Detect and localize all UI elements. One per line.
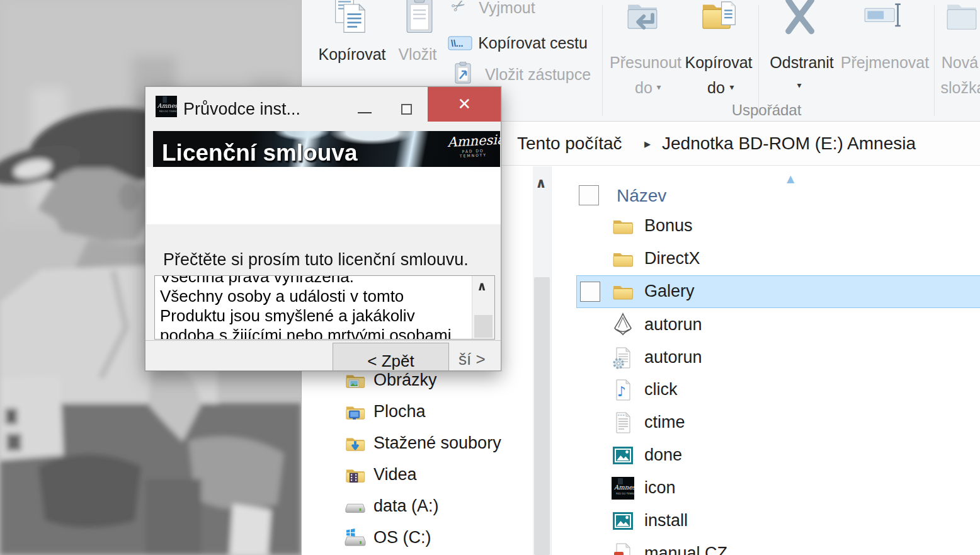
file-name: DirectX <box>644 249 700 268</box>
copy-to-icon <box>699 0 738 38</box>
close-button[interactable]: ✕ <box>428 87 501 122</box>
breadcrumb-separator-icon[interactable]: ▸ <box>644 136 651 151</box>
document-red-icon: W <box>612 542 634 555</box>
svg-text:♪: ♪ <box>617 384 626 399</box>
scroll-up-icon[interactable]: ∧ <box>477 278 487 294</box>
tree-item-pictures[interactable]: Obrázky <box>327 369 528 396</box>
drive-icon <box>343 496 367 517</box>
tree-item-drive-a[interactable]: data (A:) <box>327 495 528 522</box>
assassins-creed-icon <box>612 312 634 338</box>
tree-item-videos[interactable]: Videa <box>327 463 528 491</box>
file-row[interactable]: done <box>576 439 980 472</box>
button-area-separator <box>145 340 501 341</box>
os-drive-icon <box>343 526 367 550</box>
copy-button[interactable]: Kopírovat <box>314 0 390 66</box>
delete-label: Odstranit <box>770 54 833 72</box>
folder-icon <box>612 280 634 303</box>
row-checkbox[interactable] <box>580 282 600 302</box>
file-row[interactable]: Bonus <box>576 210 980 243</box>
delete-button[interactable]: Odstranit ▾ <box>769 0 832 101</box>
file-name: Bonus <box>644 216 693 236</box>
rename-icon <box>863 0 903 34</box>
next-button-clipped[interactable]: ší > <box>459 350 486 369</box>
breadcrumb-drive[interactable]: Jednotka BD-ROM (E:) Amnesia <box>662 134 916 154</box>
folder-icon <box>612 248 634 270</box>
new-folder-button[interactable]: Nová složka <box>940 0 980 101</box>
license-scrollbar[interactable]: ∧ <box>472 276 494 339</box>
paste-label: Vložit <box>398 45 436 64</box>
file-name: autorun <box>644 348 702 367</box>
move-to-label: Přesunout <box>610 54 681 72</box>
copy-path-button[interactable]: \\... Kopírovat cestu <box>447 33 598 54</box>
delete-caret-icon: ▾ <box>797 80 801 90</box>
copy-path-icon: \\... <box>448 35 473 52</box>
minimize-button[interactable] <box>358 112 372 113</box>
tree-item-label: Plocha <box>373 402 426 421</box>
pictures-folder-icon <box>345 370 366 391</box>
file-row[interactable]: W manual CZ <box>576 537 980 555</box>
new-folder-label2: složka <box>941 79 980 97</box>
tree-item-drive-c[interactable]: OS (C:) <box>327 526 528 554</box>
back-button[interactable]: < Zpět <box>333 343 449 371</box>
move-to-label2: do <box>635 79 652 97</box>
copy-to-label: Kopírovat <box>685 54 752 72</box>
file-row[interactable]: ctime <box>576 406 980 439</box>
amnesia-logo-text: Amnesia <box>447 132 498 150</box>
copy-icon <box>332 0 370 37</box>
svg-text:PÁD DO TEMNOTY: PÁD DO TEMNOTY <box>616 492 634 495</box>
text-file-icon <box>612 411 634 434</box>
downloads-folder-icon <box>345 433 366 454</box>
delete-icon <box>780 0 818 37</box>
desktop-folder-icon <box>345 401 366 423</box>
dialog-title: Průvodce inst... <box>183 100 300 119</box>
maximize-button[interactable] <box>401 104 412 115</box>
move-to-button[interactable]: Přesunout do ▾ <box>613 0 671 101</box>
select-all-checkbox[interactable] <box>579 185 599 205</box>
ribbon-divider <box>758 5 759 116</box>
amnesia-icon: Amnesia PÁD DO TEMNOTY <box>612 477 634 500</box>
organize-group-label: Uspořádat <box>732 101 802 119</box>
file-name: done <box>644 445 682 465</box>
license-instruction: Přečtěte si prosím tuto licenční smlouvu… <box>163 250 469 270</box>
paste-shortcut-button[interactable]: Vložit zástupce <box>452 62 603 84</box>
file-row[interactable]: DirectX <box>576 243 980 275</box>
tree-item-downloads[interactable]: Stažené soubory <box>327 432 528 459</box>
scrollbar-thumb[interactable] <box>534 277 550 555</box>
cut-button[interactable]: ✂ Vyjmout <box>450 0 545 21</box>
copy-label: Kopírovat <box>318 45 385 64</box>
license-textbox[interactable]: Všechna práva vyhrazena. Všechny osoby a… <box>154 275 495 340</box>
rename-button[interactable]: Přejmenovat <box>837 0 932 78</box>
column-header-name[interactable]: Název <box>617 186 666 206</box>
banner-heading: Licenční smlouva <box>162 140 358 166</box>
audio-file-icon: ♪ <box>612 379 634 401</box>
tree-item-label: data (A:) <box>373 496 439 516</box>
file-name: Galery <box>644 282 695 301</box>
scrollbar-thumb[interactable] <box>474 315 493 338</box>
file-row[interactable]: Amnesia PÁD DO TEMNOTY icon <box>576 472 980 505</box>
file-name: click <box>644 380 678 399</box>
file-row[interactable]: autorun <box>576 309 980 341</box>
paste-button[interactable]: Vložit <box>396 0 447 66</box>
svg-text:Amnesia: Amnesia <box>613 484 634 491</box>
tree-item-label: Stažené soubory <box>373 433 501 453</box>
svg-text:PÁD DO TEMNOTY: PÁD DO TEMNOTY <box>159 110 177 113</box>
file-row[interactable]: install <box>576 505 980 537</box>
tree-item-desktop[interactable]: Plocha <box>327 400 528 428</box>
file-row[interactable]: ♪ click <box>576 374 980 406</box>
navigation-scrollbar[interactable]: ∧ <box>533 166 551 555</box>
file-row[interactable]: autorun <box>576 341 980 374</box>
move-to-icon <box>624 0 661 38</box>
tree-item-label: Videa <box>373 465 417 484</box>
amnesia-app-icon: Amnesia PÁD DO TEMNOTY <box>156 96 177 117</box>
breadcrumb-computer[interactable]: Tento počítač <box>517 134 622 154</box>
copy-path-label: Kopírovat cestu <box>478 34 588 52</box>
scroll-up-icon[interactable]: ∧ <box>535 175 547 191</box>
copy-to-button[interactable]: Kopírovat do ▾ <box>690 0 748 101</box>
setup-information-icon <box>612 346 634 369</box>
videos-folder-icon <box>345 464 366 486</box>
paste-shortcut-icon <box>453 62 473 84</box>
paste-icon <box>401 0 438 35</box>
header-white-panel <box>147 167 501 224</box>
sort-ascending-icon[interactable]: ▲ <box>787 173 794 185</box>
file-row-selected[interactable]: Galery <box>576 275 980 308</box>
